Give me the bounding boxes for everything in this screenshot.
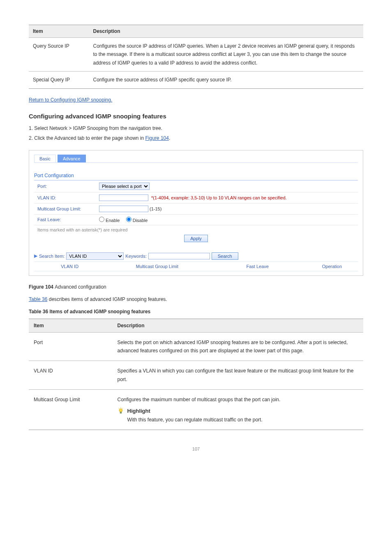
label-search-item: Search Item: xyxy=(39,254,65,259)
svg-line-1 xyxy=(118,408,119,409)
return-link[interactable]: Return to Configuring IGMP snooping. xyxy=(29,97,112,103)
col-fast-leave: Fast Leave xyxy=(209,262,306,271)
svg-rect-4 xyxy=(120,412,122,413)
bulb-icon xyxy=(118,407,124,416)
keywords-input[interactable] xyxy=(148,253,210,259)
svg-point-3 xyxy=(119,409,122,412)
table-title: Table 36 Items of advanced IGMP snooping… xyxy=(29,309,363,314)
section-port-configuration: Port Configuration xyxy=(34,171,358,180)
figure-caption: Figure 104 Advanced configuration xyxy=(29,284,363,290)
results-header: VLAN ID Multicast Group Limit Fast Leave… xyxy=(34,261,358,271)
table-row: Query Source IP Configures the source IP… xyxy=(29,38,363,72)
search-item-select[interactable]: VLAN ID xyxy=(66,252,124,260)
required-note: Items marked with an asterisk(*) are req… xyxy=(37,227,127,232)
desc-cell: Configures the source IP address of IGMP… xyxy=(89,38,363,72)
col-description: Description xyxy=(113,319,364,332)
highlight-text: With this feature, you can regulate mult… xyxy=(127,416,263,424)
vlan-hint: *(1-4094, example: 3,5-10) Up to 10 VLAN… xyxy=(151,195,287,200)
tab-basic[interactable]: Basic xyxy=(34,155,56,162)
table-row: Port Selects the port on which advanced … xyxy=(29,332,363,361)
item-description-table: Item Description Query Source IP Configu… xyxy=(29,25,363,89)
highlight-label: Highlight xyxy=(127,407,263,416)
tab-advance[interactable]: Advance xyxy=(58,155,86,162)
label-keywords: Keywords: xyxy=(125,254,146,259)
table-row: Special Query IP Configure the source ad… xyxy=(29,72,363,88)
svg-line-2 xyxy=(122,408,123,409)
table-row: VLAN ID Specifies a VLAN in which you ca… xyxy=(29,361,363,390)
item-cell: Port xyxy=(29,332,113,361)
instruction-step-2: 2. Click the Advanced tab to enter the p… xyxy=(29,134,363,142)
table-link[interactable]: Table 36 xyxy=(29,296,47,302)
table-intro: Table 36 describes items of advanced IGM… xyxy=(29,296,363,303)
multicast-group-limit-input[interactable] xyxy=(99,206,148,212)
desc-cell: Configure the source address of IGMP spe… xyxy=(89,72,363,88)
label-vlan-id: VLAN ID: xyxy=(34,192,96,203)
col-item: Item xyxy=(29,25,89,38)
fast-leave-disable[interactable]: Disable xyxy=(126,218,148,223)
col-vlan-id: VLAN ID xyxy=(34,262,105,271)
label-port: Port: xyxy=(34,180,96,192)
radio-disable[interactable] xyxy=(126,217,131,222)
port-select[interactable]: Please select a port xyxy=(99,183,150,190)
label-multicast-group-limit: Multicast Group Limit: xyxy=(34,203,96,214)
item-cell: Special Query IP xyxy=(29,72,89,88)
instruction-step-1: 1. Select Network > IGMP Snooping from t… xyxy=(29,125,363,132)
desc-cell: Selects the port on which advanced IGMP … xyxy=(113,332,364,361)
desc-cell: Configures the maximum number of multica… xyxy=(113,390,364,430)
port-config-form: Port: Please select a port VLAN ID: *(1-… xyxy=(34,180,358,247)
vlan-id-input[interactable] xyxy=(99,194,148,201)
mgl-hint: (1-15) xyxy=(150,206,161,211)
search-button[interactable]: Search xyxy=(212,252,238,260)
col-multicast-group-limit: Multicast Group Limit xyxy=(105,262,209,271)
tab-bar: Basic Advance xyxy=(34,155,358,163)
radio-enable[interactable] xyxy=(99,217,104,222)
col-item: Item xyxy=(29,319,113,332)
desc-cell: Specifies a VLAN in which you can config… xyxy=(113,361,364,390)
table-row: Multicast Group Limit Configures the max… xyxy=(29,390,363,430)
label-fast-leave: Fast Leave: xyxy=(34,214,96,225)
col-description: Description xyxy=(89,25,363,38)
item-cell: Multicast Group Limit xyxy=(29,390,113,430)
fast-leave-enable[interactable]: Enable xyxy=(99,218,121,223)
search-row: ▶ Search Item: VLAN ID Keywords: Search xyxy=(34,252,358,260)
col-operation: Operation xyxy=(306,262,358,271)
advanced-features-table: Item Description Port Selects the port o… xyxy=(29,319,363,430)
heading-advanced: Configuring advanced IGMP snooping featu… xyxy=(29,113,363,120)
figure-link[interactable]: Figure 104 xyxy=(145,135,169,141)
advanced-config-panel: Basic Advance Port Configuration Port: P… xyxy=(29,150,363,276)
expand-icon[interactable]: ▶ xyxy=(34,253,37,259)
apply-button[interactable]: Apply xyxy=(184,235,208,242)
item-cell: VLAN ID xyxy=(29,361,113,390)
item-cell: Query Source IP xyxy=(29,38,89,72)
page-number: 107 xyxy=(29,446,363,451)
